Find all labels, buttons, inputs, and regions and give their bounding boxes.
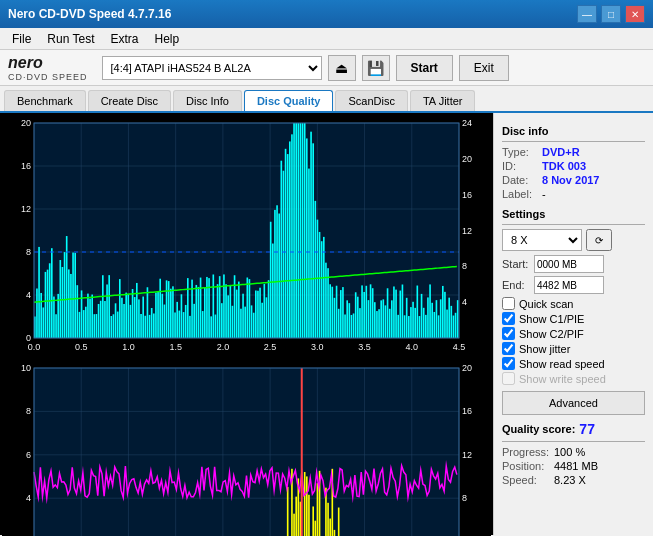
quick-scan-row: Quick scan (502, 297, 645, 310)
show-read-speed-row: Show read speed (502, 357, 645, 370)
label-row: Label: - (502, 188, 645, 200)
show-c2pif-label: Show C2/PIF (519, 328, 584, 340)
settings-title: Settings (502, 208, 645, 220)
tab-scan-disc[interactable]: ScanDisc (335, 90, 407, 111)
tab-disc-quality[interactable]: Disc Quality (244, 90, 334, 111)
speed-row: 8 X ⟳ (502, 229, 645, 251)
type-row: Type: DVD+R (502, 146, 645, 158)
start-button[interactable]: Start (396, 55, 453, 81)
position-value: 4481 MB (554, 460, 598, 472)
show-jitter-checkbox[interactable] (502, 342, 515, 355)
show-c2pif-checkbox[interactable] (502, 327, 515, 340)
id-label: ID: (502, 160, 538, 172)
position-label: Position: (502, 460, 550, 472)
disc-info-title: Disc info (502, 125, 645, 137)
date-label: Date: (502, 174, 538, 186)
menu-run-test[interactable]: Run Test (39, 30, 102, 48)
show-c2pif-row: Show C2/PIF (502, 327, 645, 340)
upper-chart (2, 115, 491, 360)
tab-benchmark[interactable]: Benchmark (4, 90, 86, 111)
start-mb-label: Start: (502, 258, 530, 270)
title-bar: Nero CD-DVD Speed 4.7.7.16 — □ ✕ (0, 0, 653, 28)
type-label: Type: (502, 146, 538, 158)
show-c1pie-checkbox[interactable] (502, 312, 515, 325)
show-c1pie-label: Show C1/PIE (519, 313, 584, 325)
toolbar: nero CD·DVD SPEED [4:4] ATAPI iHAS524 B … (0, 50, 653, 86)
show-write-speed-label: Show write speed (519, 373, 606, 385)
show-c1pie-row: Show C1/PIE (502, 312, 645, 325)
main-content: PI Errors Average: 1.89 Maximum: 20 Tota… (0, 113, 653, 535)
show-write-speed-row: Show write speed (502, 372, 645, 385)
id-row: ID: TDK 003 (502, 160, 645, 172)
divider-3 (502, 441, 645, 442)
divider-2 (502, 224, 645, 225)
speed-row-quality: Speed: 8.23 X (502, 474, 645, 486)
tab-disc-info[interactable]: Disc Info (173, 90, 242, 111)
progress-row: Progress: 100 % (502, 446, 645, 458)
start-mb-input[interactable] (534, 255, 604, 273)
eject-button[interactable]: ⏏ (328, 55, 356, 81)
window-controls: — □ ✕ (577, 5, 645, 23)
menu-help[interactable]: Help (147, 30, 188, 48)
position-row: Position: 4481 MB (502, 460, 645, 472)
speed-value: 8.23 X (554, 474, 586, 486)
app-title: Nero CD-DVD Speed 4.7.7.16 (8, 7, 171, 21)
save-button[interactable]: 💾 (362, 55, 390, 81)
show-jitter-label: Show jitter (519, 343, 570, 355)
exit-button[interactable]: Exit (459, 55, 509, 81)
quick-scan-label: Quick scan (519, 298, 573, 310)
close-button[interactable]: ✕ (625, 5, 645, 23)
end-mb-label: End: (502, 279, 530, 291)
tab-bar: Benchmark Create Disc Disc Info Disc Qua… (0, 86, 653, 113)
label-value: - (542, 188, 546, 200)
type-value: DVD+R (542, 146, 580, 158)
lower-chart (2, 362, 491, 536)
right-panel: Disc info Type: DVD+R ID: TDK 003 Date: … (493, 113, 653, 535)
show-read-speed-checkbox[interactable] (502, 357, 515, 370)
divider-1 (502, 141, 645, 142)
progress-label: Progress: (502, 446, 550, 458)
tab-ta-jitter[interactable]: TA Jitter (410, 90, 476, 111)
minimize-button[interactable]: — (577, 5, 597, 23)
advanced-button[interactable]: Advanced (502, 391, 645, 415)
quality-score-label: Quality score: (502, 423, 575, 435)
quick-scan-checkbox[interactable] (502, 297, 515, 310)
show-jitter-row: Show jitter (502, 342, 645, 355)
logo: nero CD·DVD SPEED (8, 54, 88, 82)
start-mb-row: Start: (502, 255, 645, 273)
speed-label: Speed: (502, 474, 550, 486)
drive-select[interactable]: [4:4] ATAPI iHAS524 B AL2A (102, 56, 322, 80)
menu-bar: File Run Test Extra Help (0, 28, 653, 50)
date-value: 8 Nov 2017 (542, 174, 599, 186)
quality-score-value: 77 (579, 421, 595, 437)
id-value: TDK 003 (542, 160, 586, 172)
speed-icon-button[interactable]: ⟳ (586, 229, 612, 251)
end-mb-input[interactable] (534, 276, 604, 294)
quality-score-row: Quality score: 77 (502, 421, 645, 437)
logo-nero: nero (8, 54, 43, 72)
maximize-button[interactable]: □ (601, 5, 621, 23)
show-write-speed-checkbox (502, 372, 515, 385)
menu-file[interactable]: File (4, 30, 39, 48)
label-label: Label: (502, 188, 538, 200)
logo-sub: CD·DVD SPEED (8, 72, 88, 82)
tab-create-disc[interactable]: Create Disc (88, 90, 171, 111)
menu-extra[interactable]: Extra (102, 30, 146, 48)
show-read-speed-label: Show read speed (519, 358, 605, 370)
end-mb-row: End: (502, 276, 645, 294)
date-row: Date: 8 Nov 2017 (502, 174, 645, 186)
progress-value: 100 % (554, 446, 585, 458)
speed-select[interactable]: 8 X (502, 229, 582, 251)
